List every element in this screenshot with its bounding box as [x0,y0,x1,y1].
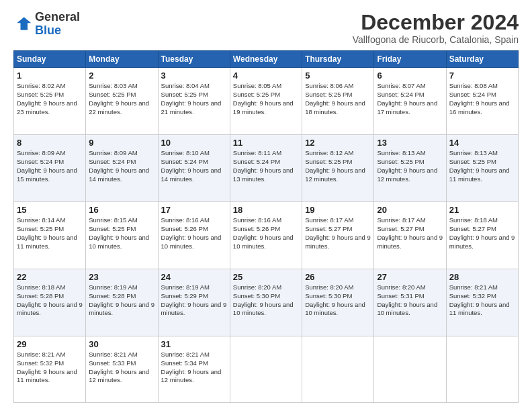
day-number: 21 [449,205,515,215]
title-block: December 2024 Vallfogona de Riucorb, Cat… [353,11,519,45]
day-number: 20 [377,205,443,215]
svg-marker-0 [17,17,31,30]
location-subtitle: Vallfogona de Riucorb, Catalonia, Spain [353,34,519,45]
day-number: 22 [17,272,83,282]
calendar-header-row: Sunday Monday Tuesday Wednesday Thursday… [14,51,519,68]
day-info: Sunrise: 8:14 AM Sunset: 5:25 PM Dayligh… [17,216,83,250]
week-row-3: 15 Sunrise: 8:14 AM Sunset: 5:25 PM Dayl… [14,202,519,269]
day-info: Sunrise: 8:20 AM Sunset: 5:30 PM Dayligh… [305,283,371,318]
day-cell-empty [302,336,374,403]
day-info: Sunrise: 8:11 AM Sunset: 5:24 PM Dayligh… [233,149,299,183]
day-cell-7: 7 Sunrise: 8:08 AM Sunset: 5:24 PM Dayli… [446,68,518,135]
day-info: Sunrise: 8:19 AM Sunset: 5:28 PM Dayligh… [89,283,154,318]
day-info: Sunrise: 8:08 AM Sunset: 5:24 PM Dayligh… [449,82,515,116]
day-cell-27: 27 Sunrise: 8:20 AM Sunset: 5:31 PM Dayl… [374,269,446,336]
day-cell-26: 26 Sunrise: 8:20 AM Sunset: 5:30 PM Dayl… [302,269,374,336]
day-info: Sunrise: 8:21 AM Sunset: 5:33 PM Dayligh… [89,351,154,385]
col-saturday: Saturday [446,51,518,68]
logo: General Blue [13,11,80,38]
day-cell-19: 19 Sunrise: 8:17 AM Sunset: 5:27 PM Dayl… [302,202,374,269]
day-cell-6: 6 Sunrise: 8:07 AM Sunset: 5:24 PM Dayli… [374,68,446,135]
day-info: Sunrise: 8:16 AM Sunset: 5:26 PM Dayligh… [233,216,299,250]
day-info: Sunrise: 8:15 AM Sunset: 5:25 PM Dayligh… [89,216,154,250]
day-info: Sunrise: 8:19 AM Sunset: 5:29 PM Dayligh… [161,283,227,318]
day-number: 29 [17,339,83,349]
day-cell-16: 16 Sunrise: 8:15 AM Sunset: 5:25 PM Dayl… [86,202,158,269]
day-number: 11 [233,138,299,148]
logo-text-line1: General [35,11,80,24]
day-info: Sunrise: 8:20 AM Sunset: 5:31 PM Dayligh… [377,283,443,318]
day-number: 18 [233,205,299,215]
week-row-5: 29 Sunrise: 8:21 AM Sunset: 5:32 PM Dayl… [14,336,519,403]
day-cell-21: 21 Sunrise: 8:18 AM Sunset: 5:27 PM Dayl… [446,202,518,269]
day-cell-23: 23 Sunrise: 8:19 AM Sunset: 5:28 PM Dayl… [86,269,158,336]
day-cell-22: 22 Sunrise: 8:18 AM Sunset: 5:28 PM Dayl… [14,269,86,336]
day-number: 23 [89,272,154,282]
day-number: 5 [305,71,371,81]
day-cell-2: 2 Sunrise: 8:03 AM Sunset: 5:25 PM Dayli… [86,68,158,135]
day-cell-13: 13 Sunrise: 8:13 AM Sunset: 5:25 PM Dayl… [374,135,446,202]
day-cell-4: 4 Sunrise: 8:05 AM Sunset: 5:25 PM Dayli… [230,68,302,135]
day-cell-9: 9 Sunrise: 8:09 AM Sunset: 5:24 PM Dayli… [86,135,158,202]
day-number: 28 [449,272,515,282]
week-row-1: 1 Sunrise: 8:02 AM Sunset: 5:25 PM Dayli… [14,68,519,135]
day-number: 9 [89,138,154,148]
day-info: Sunrise: 8:09 AM Sunset: 5:24 PM Dayligh… [89,149,154,183]
day-number: 24 [161,272,227,282]
day-number: 8 [17,138,83,148]
day-cell-8: 8 Sunrise: 8:09 AM Sunset: 5:24 PM Dayli… [14,135,86,202]
day-number: 15 [17,205,83,215]
day-info: Sunrise: 8:18 AM Sunset: 5:27 PM Dayligh… [449,216,515,250]
day-number: 30 [89,339,154,349]
day-cell-15: 15 Sunrise: 8:14 AM Sunset: 5:25 PM Dayl… [14,202,86,269]
week-row-4: 22 Sunrise: 8:18 AM Sunset: 5:28 PM Dayl… [14,269,519,336]
day-number: 14 [449,138,515,148]
day-info: Sunrise: 8:21 AM Sunset: 5:34 PM Dayligh… [161,351,227,385]
day-cell-29: 29 Sunrise: 8:21 AM Sunset: 5:32 PM Dayl… [14,336,86,403]
page: General Blue December 2024 Vallfogona de… [0,0,532,411]
day-cell-empty [446,336,518,403]
day-info: Sunrise: 8:05 AM Sunset: 5:25 PM Dayligh… [233,82,299,116]
day-number: 2 [89,71,154,81]
day-number: 16 [89,205,154,215]
day-info: Sunrise: 8:21 AM Sunset: 5:32 PM Dayligh… [449,283,515,318]
day-number: 13 [377,138,443,148]
day-info: Sunrise: 8:13 AM Sunset: 5:25 PM Dayligh… [377,149,443,183]
day-info: Sunrise: 8:07 AM Sunset: 5:24 PM Dayligh… [377,82,443,116]
day-number: 19 [305,205,371,215]
day-cell-3: 3 Sunrise: 8:04 AM Sunset: 5:25 PM Dayli… [158,68,230,135]
day-info: Sunrise: 8:04 AM Sunset: 5:25 PM Dayligh… [161,82,227,116]
day-cell-12: 12 Sunrise: 8:12 AM Sunset: 5:25 PM Dayl… [302,135,374,202]
col-monday: Monday [86,51,158,68]
day-info: Sunrise: 8:03 AM Sunset: 5:25 PM Dayligh… [89,82,154,116]
day-cell-empty [230,336,302,403]
day-cell-30: 30 Sunrise: 8:21 AM Sunset: 5:33 PM Dayl… [86,336,158,403]
day-info: Sunrise: 8:06 AM Sunset: 5:25 PM Dayligh… [305,82,371,116]
day-number: 27 [377,272,443,282]
day-info: Sunrise: 8:18 AM Sunset: 5:28 PM Dayligh… [17,283,83,318]
col-tuesday: Tuesday [158,51,230,68]
month-title: December 2024 [353,11,519,34]
day-info: Sunrise: 8:16 AM Sunset: 5:26 PM Dayligh… [161,216,227,250]
day-cell-17: 17 Sunrise: 8:16 AM Sunset: 5:26 PM Dayl… [158,202,230,269]
day-number: 26 [305,272,371,282]
day-number: 25 [233,272,299,282]
day-cell-14: 14 Sunrise: 8:13 AM Sunset: 5:25 PM Dayl… [446,135,518,202]
day-number: 17 [161,205,227,215]
day-cell-5: 5 Sunrise: 8:06 AM Sunset: 5:25 PM Dayli… [302,68,374,135]
day-cell-24: 24 Sunrise: 8:19 AM Sunset: 5:29 PM Dayl… [158,269,230,336]
day-number: 3 [161,71,227,81]
day-cell-25: 25 Sunrise: 8:20 AM Sunset: 5:30 PM Dayl… [230,269,302,336]
day-info: Sunrise: 8:17 AM Sunset: 5:27 PM Dayligh… [377,216,443,250]
day-number: 6 [377,71,443,81]
day-cell-1: 1 Sunrise: 8:02 AM Sunset: 5:25 PM Dayli… [14,68,86,135]
day-cell-10: 10 Sunrise: 8:10 AM Sunset: 5:24 PM Dayl… [158,135,230,202]
day-info: Sunrise: 8:13 AM Sunset: 5:25 PM Dayligh… [449,149,515,183]
col-friday: Friday [374,51,446,68]
header: General Blue December 2024 Vallfogona de… [13,11,519,45]
logo-icon [13,15,32,34]
day-cell-31: 31 Sunrise: 8:21 AM Sunset: 5:34 PM Dayl… [158,336,230,403]
col-thursday: Thursday [302,51,374,68]
week-row-2: 8 Sunrise: 8:09 AM Sunset: 5:24 PM Dayli… [14,135,519,202]
day-number: 1 [17,71,83,81]
